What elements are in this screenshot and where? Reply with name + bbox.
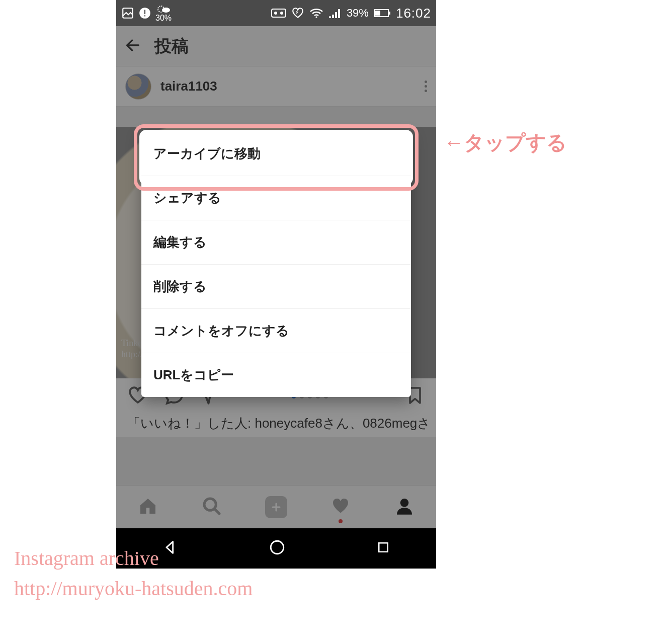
svg-point-8 [280, 12, 283, 15]
app-body: 投稿 taira1103 Tinke http:// [116, 26, 436, 528]
image-icon [121, 7, 134, 20]
heart-sync-icon [291, 7, 304, 20]
svg-rect-2 [144, 10, 145, 15]
svg-point-7 [274, 12, 277, 15]
battery-icon [374, 8, 391, 18]
context-menu: アーカイブに移動 シェアする 編集する 削除する コメントをオフにする URLを… [141, 132, 411, 397]
android-recent-icon[interactable] [376, 540, 391, 557]
menu-item-delete[interactable]: 削除する [141, 265, 411, 309]
tap-annotation-text: ←タップする [444, 129, 567, 156]
battery-percent: 39% [347, 7, 369, 20]
svg-rect-12 [335, 12, 337, 18]
svg-rect-16 [375, 11, 380, 16]
svg-rect-6 [272, 9, 286, 17]
svg-rect-3 [144, 15, 145, 16]
alert-icon [138, 7, 151, 20]
svg-point-10 [329, 16, 331, 18]
phone-frame: 30% 39% 16:02 [116, 0, 436, 569]
menu-item-copy-url[interactable]: URLをコピー [141, 353, 411, 397]
svg-point-5 [162, 8, 170, 13]
status-time: 16:02 [396, 6, 431, 21]
menu-item-comments-off[interactable]: コメントをオフにする [141, 309, 411, 353]
wifi-icon [309, 8, 323, 19]
footer-watermark-line: Instagram archive [14, 543, 253, 574]
weather-icon: 30% [155, 4, 172, 22]
menu-item-edit[interactable]: 編集する [141, 220, 411, 265]
menu-item-archive[interactable]: アーカイブに移動 [141, 132, 411, 176]
weather-percent: 30% [155, 14, 172, 22]
svg-point-9 [315, 16, 317, 18]
tap-annotation: ←タップする [444, 129, 567, 156]
svg-rect-15 [389, 12, 390, 15]
vr-icon [271, 8, 286, 19]
footer-watermark-line: http://muryoku-hatsuden.com [14, 574, 253, 604]
svg-rect-11 [332, 15, 334, 18]
footer-watermark: Instagram archive http://muryoku-hatsude… [14, 543, 253, 604]
svg-rect-13 [338, 9, 340, 18]
status-bar: 30% 39% 16:02 [116, 0, 436, 26]
svg-rect-20 [379, 543, 388, 552]
menu-item-share[interactable]: シェアする [141, 176, 411, 220]
signal-icon [328, 8, 342, 19]
svg-point-19 [271, 541, 284, 554]
android-home-icon[interactable] [269, 539, 286, 558]
